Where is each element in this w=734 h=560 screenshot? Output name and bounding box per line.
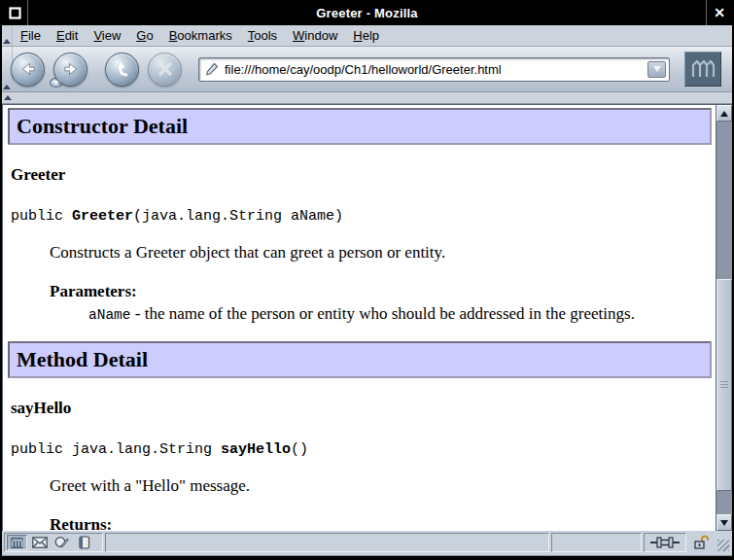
- window-resize-grip[interactable]: [716, 533, 730, 552]
- scroll-down-button[interactable]: [717, 514, 732, 531]
- parameters-label: Parameters:: [50, 282, 712, 301]
- forward-arrow-icon: [61, 59, 81, 79]
- javadoc-page: Constructor Detail Greeter public Greete…: [3, 105, 716, 531]
- menu-file[interactable]: File: [13, 26, 49, 45]
- menu-help[interactable]: Help: [345, 26, 387, 45]
- close-button[interactable]: ✕: [706, 0, 732, 25]
- reload-arrow-icon: [113, 59, 132, 79]
- forward-button[interactable]: [53, 52, 87, 87]
- menu-bookmarks[interactable]: Bookmarks: [161, 26, 240, 45]
- statusbar: [2, 531, 732, 555]
- menu-tools[interactable]: Tools: [240, 26, 285, 45]
- navigator-component-button[interactable]: [7, 535, 27, 550]
- browser-window: Greeter - Mozilla ✕ File Edit View Go Bo…: [0, 0, 734, 560]
- status-text: [105, 533, 549, 552]
- composer-icon: [54, 536, 69, 549]
- content-viewport: Constructor Detail Greeter public Greete…: [2, 104, 732, 531]
- stop-x-icon: [157, 60, 174, 78]
- titlebar[interactable]: Greeter - Mozilla ✕: [2, 0, 732, 25]
- parameter-name-code: aName: [88, 307, 131, 323]
- scrollbar-thumb[interactable]: [717, 279, 732, 491]
- returns-label: Returns:: [50, 515, 712, 531]
- menubar-grippy[interactable]: [2, 25, 13, 46]
- menu-go[interactable]: Go: [128, 26, 160, 45]
- offline-plug-icon: [650, 536, 680, 549]
- menubar: File Edit View Go Bookmarks Tools Window…: [2, 25, 732, 47]
- navigation-toolbar: file:///home/cay/oodp/Ch1/helloworld/Gre…: [2, 47, 732, 92]
- online-status-button[interactable]: [644, 533, 686, 552]
- window-icon: [9, 7, 21, 19]
- addressbook-icon: [78, 536, 90, 549]
- window-bottom-border: [2, 555, 732, 560]
- stop-button[interactable]: [148, 52, 182, 87]
- url-input[interactable]: file:///home/cay/oodp/Ch1/helloworld/Gre…: [225, 62, 647, 77]
- method-description: Greet with a "Hello" message.: [50, 476, 712, 496]
- mozilla-logo-button[interactable]: [684, 52, 721, 87]
- navigator-icon: [11, 537, 23, 549]
- menu-window[interactable]: Window: [285, 26, 345, 45]
- method-name-heading: sayHello: [11, 399, 712, 418]
- vertical-scrollbar[interactable]: [716, 105, 732, 531]
- window-title: Greeter - Mozilla: [28, 0, 706, 25]
- mail-icon: [32, 537, 48, 548]
- constructor-name-heading: Greeter: [11, 165, 712, 185]
- menu-edit[interactable]: Edit: [49, 26, 86, 45]
- component-bar: [4, 533, 103, 552]
- scrollbar-track[interactable]: [717, 122, 732, 514]
- window-menu-button[interactable]: [2, 0, 28, 25]
- parameter-entry: aName - the name of the person or entity…: [88, 304, 712, 324]
- mozilla-m-icon: [689, 56, 717, 82]
- constructor-description: Constructs a Greeter object that can gre…: [50, 243, 712, 262]
- back-arrow-icon: [18, 59, 38, 79]
- security-button[interactable]: [688, 533, 714, 552]
- location-bar[interactable]: file:///home/cay/oodp/Ch1/helloworld/Gre…: [198, 57, 670, 82]
- constructor-signature: public Greeter(java.lang.String aName): [11, 208, 712, 225]
- composer-component-button[interactable]: [52, 535, 72, 550]
- section-header-method-detail: Method Detail: [8, 341, 712, 378]
- progress-panel: [551, 533, 642, 552]
- back-button[interactable]: [11, 52, 45, 87]
- method-signature: public java.lang.String sayHello(): [11, 441, 712, 458]
- personal-toolbar-collapsed[interactable]: [2, 92, 732, 104]
- bookmark-pen-icon: [204, 61, 220, 77]
- url-dropdown-button[interactable]: [647, 61, 666, 78]
- menu-view[interactable]: View: [86, 26, 128, 45]
- section-header-constructor-detail: Constructor Detail: [8, 108, 712, 145]
- reload-button[interactable]: [105, 52, 139, 87]
- security-lock-open-icon: [693, 535, 709, 550]
- scroll-up-button[interactable]: [717, 105, 732, 122]
- addressbook-component-button[interactable]: [74, 535, 94, 550]
- mail-component-button[interactable]: [29, 535, 50, 550]
